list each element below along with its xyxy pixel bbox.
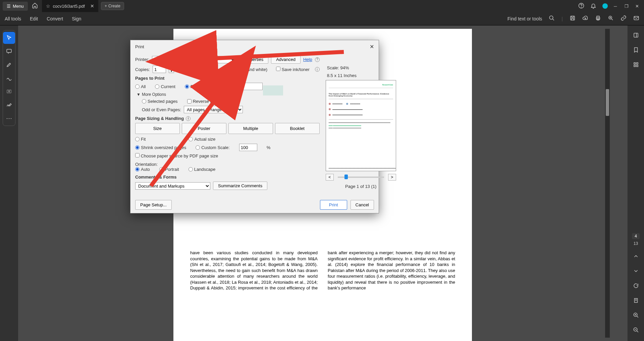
radio-fit[interactable]: Fit (135, 137, 146, 142)
vertical-scrollbar[interactable] (605, 29, 610, 338)
home-icon[interactable] (32, 2, 38, 10)
more-tools[interactable]: ⋯ (3, 112, 15, 124)
page-down-icon[interactable] (633, 268, 639, 275)
radio-pages[interactable]: Pages (185, 84, 203, 89)
close-window-icon[interactable]: ✕ (635, 4, 640, 9)
printer-label: Printer: (135, 57, 149, 62)
help-info-icon[interactable]: ? (315, 57, 320, 62)
menu-button[interactable]: ☰ Menu (3, 2, 28, 11)
right-sidebar: 4 13 (627, 25, 644, 341)
total-pages: 13 (634, 241, 638, 246)
svg-rect-11 (634, 63, 636, 64)
print-button[interactable]: Print (320, 200, 347, 210)
search-icon[interactable] (549, 15, 555, 22)
preview-slider[interactable] (338, 177, 384, 178)
multiple-tab[interactable]: Multiple (228, 123, 273, 134)
poster-tab[interactable]: Poster (182, 123, 226, 134)
titlebar-right: ─ ❐ ✕ (578, 3, 644, 10)
booklet-tab[interactable]: Booklet (275, 123, 320, 134)
create-button[interactable]: + Create (101, 2, 124, 10)
size-tab[interactable]: Size (135, 123, 180, 134)
radio-all[interactable]: All (135, 84, 146, 89)
radio-custom-scale[interactable]: Custom Scale: (196, 145, 230, 150)
radio-current[interactable]: Current (155, 84, 175, 89)
comments-forms-title: Comments & Forms (135, 175, 320, 180)
printer-select[interactable]: Adobe PDF (152, 56, 236, 63)
mail-icon[interactable] (633, 15, 639, 22)
save-ink-info-icon[interactable]: i (315, 67, 320, 72)
titlebar: ☰ Menu ☆ cocv16i3art5.pdf ✕ + Create ─ ❐… (0, 0, 644, 12)
textbox-tool[interactable] (3, 85, 15, 97)
zoom-in-icon[interactable] (633, 312, 639, 320)
comments-select[interactable]: Document and Markups (135, 182, 210, 190)
cloud-icon[interactable] (582, 15, 588, 22)
minimize-icon[interactable]: ─ (614, 4, 619, 9)
checkbox-choose-paper[interactable]: Choose paper source by PDF page size (135, 153, 218, 158)
radio-portrait[interactable]: Portrait (159, 167, 179, 172)
sign-tool[interactable] (3, 99, 15, 111)
dialog-titlebar: Print ✕ (130, 40, 379, 53)
radio-landscape[interactable]: Landscape (189, 167, 216, 172)
zoom-out-icon[interactable] (633, 327, 639, 334)
percent-label: % (267, 145, 271, 150)
preview-prev-button[interactable]: < (326, 174, 334, 181)
highlight-tool[interactable] (3, 59, 15, 71)
help-link[interactable]: Help (303, 57, 312, 62)
checkbox-reverse-pages[interactable]: Reverse pages (187, 99, 222, 104)
svg-point-2 (550, 16, 553, 19)
document-tab[interactable]: ☆ cocv16i3art5.pdf ✕ (42, 0, 98, 12)
advanced-button[interactable]: Advanced (271, 55, 301, 64)
select-tool[interactable] (3, 32, 15, 44)
pages-range-input[interactable] (212, 83, 263, 90)
page-view-icon[interactable] (633, 297, 639, 305)
cancel-button[interactable]: Cancel (351, 200, 374, 210)
odd-even-select[interactable]: All pages in range (184, 106, 243, 113)
find-label[interactable]: Find text or tools (507, 16, 542, 21)
page-up-icon[interactable] (633, 253, 639, 261)
radio-selected-pages[interactable]: Selected pages (142, 99, 178, 104)
account-avatar[interactable] (602, 3, 608, 9)
radio-actual-size[interactable]: Actual size (189, 137, 215, 142)
gear-search-icon[interactable] (608, 15, 614, 22)
radio-shrink[interactable]: Shrink oversized pages (135, 145, 186, 150)
convert-menu[interactable]: Convert (47, 16, 63, 21)
sizing-info-icon[interactable]: i (186, 116, 191, 121)
link-icon[interactable] (621, 15, 627, 22)
bookmark-icon[interactable] (633, 47, 639, 54)
comment-tool[interactable] (3, 45, 15, 57)
help-icon[interactable] (578, 3, 584, 10)
properties-button[interactable]: Properties (238, 55, 268, 64)
summarize-comments-button[interactable]: Summarize Comments (213, 182, 267, 190)
all-tools-menu[interactable]: All tools (5, 16, 21, 21)
panel-toggle-icon[interactable] (633, 32, 639, 40)
preview-slider-handle[interactable] (344, 175, 348, 179)
star-icon[interactable]: ☆ (46, 3, 50, 9)
tab-close-icon[interactable]: ✕ (90, 3, 94, 9)
svg-rect-12 (636, 63, 638, 64)
page-setup-button[interactable]: Page Setup... (135, 200, 172, 210)
draw-tool[interactable] (3, 72, 15, 84)
bell-icon[interactable] (590, 3, 596, 10)
preview-badge: ResearchGate (382, 84, 393, 86)
copies-spinner[interactable]: ▲▼ (169, 66, 174, 73)
thumbnails-icon[interactable] (633, 62, 639, 69)
edit-menu[interactable]: Edit (30, 16, 38, 21)
scrollbar-thumb[interactable] (606, 89, 609, 116)
dialog-close-icon[interactable]: ✕ (370, 44, 374, 50)
grayscale-checkbox[interactable]: Print in grayscale (black and white) (194, 67, 267, 72)
more-options-toggle[interactable]: ▼ More Options (137, 92, 320, 97)
radio-auto[interactable]: Auto (135, 167, 150, 172)
preview-paper-title: The Impact of M&A on Bank's Financial Pe… (329, 93, 393, 97)
left-tool-panel: ⋯ (0, 25, 18, 341)
menu-label: Menu (13, 4, 24, 9)
maximize-icon[interactable]: ❐ (625, 4, 629, 9)
copies-input[interactable] (153, 66, 166, 73)
preview-next-button[interactable]: > (388, 174, 396, 181)
custom-scale-input[interactable] (239, 144, 257, 151)
sign-menu[interactable]: Sign (72, 16, 81, 21)
rotate-icon[interactable] (633, 283, 639, 290)
save-ink-checkbox[interactable]: Save ink/toner (276, 67, 310, 72)
current-page-badge[interactable]: 4 (632, 233, 640, 239)
save-icon[interactable] (570, 15, 576, 22)
print-icon[interactable] (595, 15, 601, 22)
